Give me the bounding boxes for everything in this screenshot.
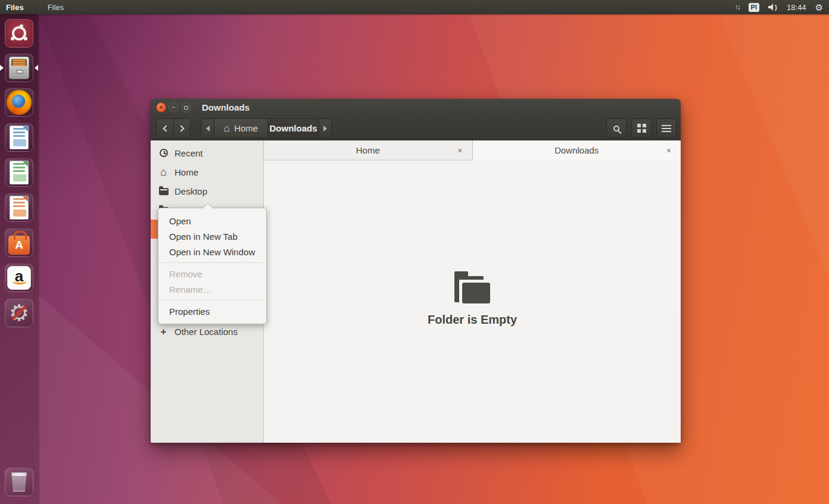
ubuntu-logo-icon [12,26,26,40]
menu-item-remove: Remove [158,266,266,281]
volume-cone [768,4,774,11]
file-cabinet-icon [9,57,29,79]
launcher-libreoffice-calc-icon[interactable] [5,158,33,187]
amazon-logo-icon: a [7,266,31,290]
back-button[interactable] [157,119,173,137]
session-gear-icon[interactable]: ⚙ [815,3,823,12]
calc-document-icon [10,161,29,184]
window-header: × − Downloads ⌂ Home Downloads [151,99,681,140]
house-icon: ⌂ [160,167,167,177]
launcher-amazon-icon[interactable]: a [5,264,33,292]
menu-item-open[interactable]: Open [158,213,266,228]
launcher-system-settings-icon[interactable]: ⚙ [5,299,33,327]
trash-can-icon [11,472,27,492]
hamburger-menu-icon [662,125,671,126]
menu-item-rename: Rename… [158,281,266,297]
empty-folder-message: Folder is Empty [428,313,517,327]
launcher-software-center-icon[interactable]: A [5,228,33,257]
triangle-left-icon [206,126,210,132]
sidebar-item-label: Other Locations [174,327,238,337]
keyboard-layout-indicator[interactable]: Pl [749,3,759,12]
forward-button[interactable] [173,119,190,137]
path-downloads-button[interactable]: Downloads [267,119,319,137]
sidebar-item-other-locations[interactable]: + Other Locations [151,322,263,341]
menu-item-open-new-window[interactable]: Open in New Window [158,244,266,259]
sidebar-item-desktop[interactable]: Desktop [151,181,263,201]
sidebar-item-label: Recent [174,148,203,158]
maximize-button[interactable] [181,102,191,112]
minimize-button[interactable]: − [169,102,179,112]
network-indicator-icon[interactable]: ↑↓ [735,3,740,11]
clock-icon [160,149,168,157]
path-scroll-right-button[interactable] [319,119,331,137]
empty-state: Folder is Empty [428,270,517,327]
window-title: Downloads [202,102,250,112]
active-app-name: Files [6,3,24,12]
triangle-right-icon [323,126,327,132]
context-menu: Open Open in New Tab Open in New Window … [158,208,267,324]
launcher-ubuntu-dash-icon[interactable] [5,19,33,48]
top-menu-bar: Files Files ↑↓ Pl ) 18:44 ⚙ [0,0,829,14]
sidebar-item-label: Desktop [174,186,207,196]
menu-separator [159,262,266,263]
software-bag-icon: A [8,236,30,255]
nav-button-group [156,118,191,138]
menu-item-open-new-tab[interactable]: Open in New Tab [158,228,266,244]
focused-indicator-arrow [35,65,38,71]
window-menu-button[interactable] [656,118,677,138]
home-icon: ⌂ [224,124,230,133]
tab-downloads[interactable]: Downloads × [473,140,681,160]
desktop-wallpaper: Files Files ↑↓ Pl ) 18:44 ⚙ [0,0,829,504]
launcher-trash-icon[interactable] [5,468,33,496]
path-home-label: Home [234,123,258,133]
menu-files[interactable]: Files [48,3,64,12]
tab-close-icon[interactable]: × [457,146,462,155]
gear-wrench-icon: ⚙ [6,300,32,326]
close-button[interactable]: × [156,102,166,112]
launcher-libreoffice-impress-icon[interactable] [5,193,33,222]
tab-close-icon[interactable]: × [666,146,671,155]
clock-indicator[interactable]: 18:44 [787,3,806,12]
toolbar: ⌂ Home Downloads [151,116,681,140]
volume-icon[interactable]: ) [768,4,778,11]
menu-item-properties[interactable]: Properties [158,303,266,319]
tab-home[interactable]: Home × [264,140,473,160]
path-scroll-left-button[interactable] [201,119,214,137]
main-pane: Home × Downloads × Folder is Empty [264,140,681,443]
unity-launcher: A a ⚙ [0,14,38,504]
sidebar-item-label: Home [174,167,198,177]
running-indicator-arrow [0,65,4,71]
search-button[interactable] [606,118,627,138]
impress-document-icon [10,196,29,220]
volume-wave: ) [775,4,777,10]
folder-view[interactable]: Folder is Empty [264,161,681,443]
plus-icon: + [161,327,167,336]
launcher-files-icon[interactable] [5,54,33,82]
path-downloads-label: Downloads [269,123,317,133]
sidebar-item-recent[interactable]: Recent [151,143,263,162]
search-icon [613,126,619,132]
view-grid-button[interactable] [631,118,652,138]
path-bar: ⌂ Home Downloads [201,118,332,138]
launcher-firefox-icon[interactable] [5,88,33,117]
firefox-logo-icon [7,90,32,115]
system-tray: ↑↓ Pl ) 18:44 ⚙ [735,3,823,12]
tab-bar: Home × Downloads × [264,140,681,161]
titlebar[interactable]: × − Downloads [151,99,681,116]
launcher-libreoffice-writer-icon[interactable] [5,123,33,152]
menu-separator [159,300,266,300]
tab-label: Downloads [554,145,599,155]
folder-icon [159,188,169,195]
sidebar-item-home[interactable]: ⌂ Home [151,162,263,181]
tab-label: Home [356,145,380,155]
chevron-right-icon [177,125,184,132]
empty-folder-icon [453,270,491,303]
chevron-left-icon [163,125,169,132]
grid-view-icon [637,124,646,133]
writer-document-icon [10,126,29,149]
path-home-button[interactable]: ⌂ Home [214,119,267,137]
